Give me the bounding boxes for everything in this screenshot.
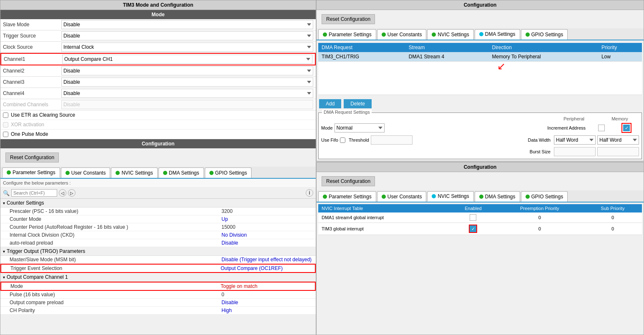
nvic-tim3-preemption: 0: [496, 223, 584, 235]
tab-nvic-rb[interactable]: NVIC Settings: [427, 191, 473, 202]
nvic-dma-checkbox[interactable]: [470, 214, 476, 221]
xor-checkbox[interactable]: [3, 122, 8, 128]
tab-dot-user: [65, 171, 70, 175]
reset-config-button[interactable]: Reset Configuration: [5, 152, 59, 162]
dma-table-area: DMA Request Stream Direction Priority TI…: [317, 40, 644, 97]
prescaler-value: 3200: [221, 208, 313, 214]
trigger-source-select[interactable]: Disable: [61, 31, 313, 40]
memory-inc-cb-area: ✓: [614, 123, 639, 133]
next-nav-button[interactable]: ▷: [68, 189, 75, 197]
trigger-source-row: Trigger Source Disable: [0, 30, 316, 42]
dma-header-request: DMA Request: [318, 43, 405, 52]
tab-user-rb[interactable]: User Constants: [377, 191, 427, 202]
channel3-label: Channel3: [3, 79, 61, 85]
slave-mode-label: Slave Mode: [3, 22, 61, 28]
tab-parameter-settings-left[interactable]: Parameter Settings: [2, 168, 60, 178]
dma-priority-cell: Low: [598, 52, 642, 62]
channel4-label: Channel4: [3, 90, 61, 96]
peripheral-inc-checkbox[interactable]: [598, 125, 605, 131]
burst-size-peripheral-select[interactable]: [554, 147, 596, 156]
auto-reload-value: Disable: [221, 240, 313, 246]
nvic-tim3-checkbox[interactable]: ✓: [470, 225, 476, 232]
tab-dot-dma: [163, 171, 167, 175]
right-bottom-reset-button[interactable]: Reset Configuration: [322, 176, 375, 186]
tab-dot-param: [7, 170, 11, 175]
right-reset-button[interactable]: Reset Configuration: [322, 14, 375, 24]
tab-user-constants-left[interactable]: User Constants: [61, 168, 111, 178]
tab-nvic-right-top[interactable]: NVIC Settings: [427, 29, 473, 40]
search-input[interactable]: [11, 189, 57, 197]
right-panel: Configuration Reset Configuration Parame…: [316, 0, 644, 335]
counter-period-row: Counter Period (AutoReload Register - 16…: [0, 223, 316, 231]
tab-user-right-top[interactable]: User Constants: [377, 29, 427, 40]
channel1-select[interactable]: Output Compare CH1: [62, 55, 312, 64]
channel4-select[interactable]: Disable: [61, 89, 313, 98]
data-width-peripheral-select[interactable]: Half Word: [554, 135, 596, 145]
tab-dma-left[interactable]: DMA Settings: [158, 168, 204, 178]
config-section-title: Configuration: [0, 139, 316, 148]
xor-label: XOR activation: [11, 122, 44, 128]
info-button[interactable]: i: [306, 189, 313, 197]
channel2-select[interactable]: Disable: [61, 66, 313, 75]
peripheral-inc-cb-area: [589, 125, 614, 131]
trgo-group[interactable]: ▾ Trigger Output (TRGO) Parameters: [0, 247, 316, 256]
etr-label: Use ETR as Clearing Source: [11, 112, 75, 118]
dot-user-rb: [382, 195, 386, 199]
burst-size-memory-select[interactable]: [597, 147, 639, 156]
one-pulse-label: One Pulse Mode: [11, 131, 48, 137]
tab-gpio-label: GPIO Settings: [215, 170, 247, 176]
combined-channels-select[interactable]: Disable: [61, 100, 313, 109]
right-top-tabs: Parameter Settings User Constants NVIC S…: [317, 28, 644, 40]
label-gpio-rt: GPIO Settings: [531, 32, 564, 38]
col-headers-row: Peripheral Memory: [321, 116, 639, 121]
etr-checkbox[interactable]: [3, 112, 8, 118]
data-width-memory-select[interactable]: Half Word: [597, 135, 639, 145]
tab-param-rb[interactable]: Parameter Settings: [318, 191, 376, 202]
dma-header-stream: Stream: [405, 43, 489, 52]
tab-dma-rb[interactable]: DMA Settings: [475, 191, 520, 202]
tab-nvic-left[interactable]: NVIC Settings: [111, 168, 157, 178]
use-fifo-checkbox[interactable]: [340, 138, 345, 143]
memory-inc-checkbox[interactable]: ✓: [623, 125, 630, 131]
msm-name: Master/Slave Mode (MSM bit): [10, 257, 221, 262]
increment-address-label: Increment Address: [547, 125, 586, 130]
right-bottom-reset-area: Reset Configuration: [317, 172, 644, 190]
nvic-table-area: NVIC Interrupt Table Enabled Preemption …: [317, 202, 644, 237]
right-bottom-title: Configuration: [317, 162, 644, 172]
nvic-tim3-red-box: ✓: [469, 225, 477, 233]
one-pulse-checkbox[interactable]: [3, 132, 8, 137]
delete-button[interactable]: Delete: [344, 99, 372, 108]
dma-table-row[interactable]: TIM3_CH1/TRIG DMA1 Stream 4 Memory To Pe…: [318, 52, 642, 62]
counter-mode-name: Counter Mode: [10, 216, 221, 222]
add-button[interactable]: Add: [319, 99, 341, 108]
tab-dma-right-top[interactable]: DMA Settings: [475, 29, 520, 40]
channel2-row: Channel2 Disable: [0, 65, 316, 77]
dot-param-rb: [323, 195, 327, 199]
peripheral-header: Peripheral: [545, 116, 603, 121]
trgo-label: Trigger Output (TRGO) Parameters: [7, 248, 85, 254]
tab-gpio-right-top[interactable]: GPIO Settings: [521, 29, 568, 40]
threshold-select[interactable]: [371, 135, 413, 145]
dma-direction-cell: Memory To Peripheral ↙: [489, 52, 598, 62]
nvic-dma-enabled: [450, 212, 496, 223]
mode-select[interactable]: Normal: [335, 123, 385, 132]
ch-polarity-row: CH Polarity High: [0, 307, 316, 315]
prev-nav-button[interactable]: ◁: [59, 189, 66, 197]
tab-param-right-top[interactable]: Parameter Settings: [318, 29, 376, 40]
counter-settings-group[interactable]: ▾ Counter Settings: [0, 199, 316, 208]
dot-nvic-rt: [432, 32, 436, 37]
nvic-tim3-enabled: ✓: [450, 223, 496, 235]
clock-source-select[interactable]: Internal Clock: [61, 42, 313, 52]
tab-gpio-left[interactable]: GPIO Settings: [205, 168, 252, 178]
mode-label: Mode: [321, 125, 333, 130]
fifo-data-row: Use Fifo Threshold Data Width Half Word …: [321, 135, 639, 145]
ckd-row: Internal Clock Division (CKD) No Divisio…: [0, 231, 316, 239]
slave-mode-select[interactable]: Disable: [61, 20, 313, 29]
dot-user-rt: [382, 32, 386, 37]
channel3-select[interactable]: Disable: [61, 78, 313, 87]
tab-nvic-label: NVIC Settings: [121, 170, 153, 176]
tab-gpio-rb[interactable]: GPIO Settings: [521, 191, 568, 202]
counter-period-name: Counter Period (AutoReload Register - 16…: [10, 224, 221, 230]
oc1-group[interactable]: ▾ Output Compare Channel 1: [0, 273, 316, 282]
dot-gpio-rb: [526, 195, 530, 199]
